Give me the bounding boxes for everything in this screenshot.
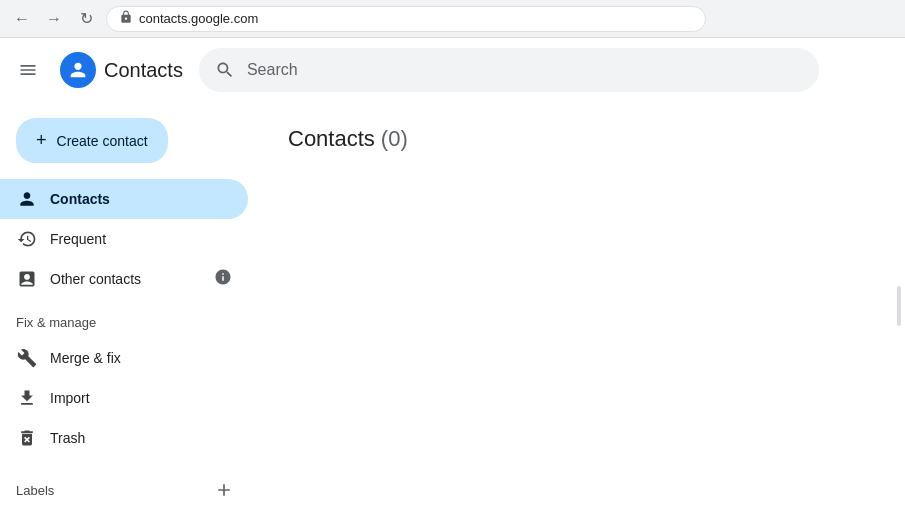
content-area: Contacts (0) [256, 102, 893, 509]
collapse-handle[interactable] [893, 102, 905, 509]
other-contacts-icon [16, 269, 38, 289]
security-icon [119, 10, 133, 27]
page-heading-count: (0) [381, 126, 408, 152]
merge-fix-icon [16, 348, 38, 368]
trash-label: Trash [50, 430, 232, 446]
forward-button[interactable]: → [42, 7, 66, 31]
sidebar: + Create contact Contacts [0, 102, 256, 509]
sidebar-item-trash[interactable]: Trash [0, 418, 248, 458]
sidebar-item-frequent[interactable]: Frequent [0, 219, 248, 259]
plus-icon: + [36, 130, 47, 151]
menu-button[interactable] [8, 50, 48, 90]
frequent-history-icon [16, 229, 38, 249]
labels-title: Labels [16, 483, 54, 498]
trash-icon [16, 428, 38, 448]
info-icon[interactable] [214, 268, 232, 290]
page-heading-title: Contacts [288, 126, 375, 152]
labels-section-header: Labels [0, 458, 256, 509]
fix-manage-header: Fix & manage [0, 299, 256, 338]
import-icon [16, 388, 38, 408]
search-bar[interactable]: Search [199, 48, 819, 92]
create-contact-label: Create contact [57, 133, 148, 149]
app-title: Contacts [104, 59, 183, 82]
url-text: contacts.google.com [139, 11, 258, 26]
contacts-person-icon [16, 189, 38, 209]
reload-button[interactable]: ↻ [74, 7, 98, 31]
search-placeholder: Search [247, 61, 298, 79]
main-area: + Create contact Contacts [0, 102, 905, 509]
sidebar-item-merge-fix[interactable]: Merge & fix [0, 338, 248, 378]
create-contact-button[interactable]: + Create contact [16, 118, 168, 163]
app-logo-area: Contacts [56, 52, 183, 88]
frequent-label: Frequent [50, 231, 232, 247]
address-bar[interactable]: contacts.google.com [106, 6, 706, 32]
add-label-button[interactable] [208, 474, 240, 506]
merge-fix-label: Merge & fix [50, 350, 232, 366]
sidebar-item-other-contacts[interactable]: Other contacts [0, 259, 248, 299]
app-container: Contacts Search + Create contact [0, 38, 905, 509]
collapse-handle-inner [897, 286, 901, 326]
browser-chrome: ← → ↻ contacts.google.com [0, 0, 905, 38]
sidebar-item-import[interactable]: Import [0, 378, 248, 418]
import-label: Import [50, 390, 232, 406]
sidebar-item-contacts[interactable]: Contacts [0, 179, 248, 219]
app-avatar [60, 52, 96, 88]
other-contacts-label: Other contacts [50, 271, 202, 287]
contacts-label: Contacts [50, 191, 232, 207]
search-icon [215, 60, 235, 80]
page-heading: Contacts (0) [288, 126, 861, 152]
top-bar: Contacts Search [0, 38, 905, 102]
back-button[interactable]: ← [10, 7, 34, 31]
